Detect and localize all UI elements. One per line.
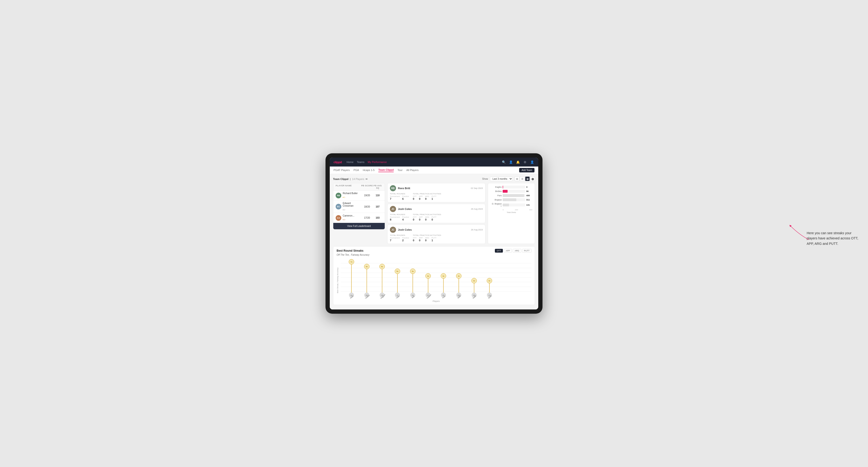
bell-icon[interactable]: 🔔 xyxy=(516,160,520,164)
stat-value: 4 xyxy=(402,218,409,221)
nav-icons: 🔍 👤 🔔 ⚙ 👤 xyxy=(501,160,534,164)
avatar: EC xyxy=(336,204,341,210)
x-axis-label: Players xyxy=(341,300,531,302)
stat-ott: OTT 0 xyxy=(413,195,416,200)
col-pb-score: PB SCORE xyxy=(361,184,373,189)
tab-all-players[interactable]: All Players xyxy=(406,168,418,172)
bar-container xyxy=(503,198,525,201)
tablet-frame: clippd Home Teams My Performance 🔍 👤 🔔 ⚙… xyxy=(326,153,542,314)
chart-label: Birdies xyxy=(490,190,502,192)
stat-sub: OTT 0 APP 0 ARG 0 xyxy=(413,237,441,242)
card-player-name: Josh Coles xyxy=(398,208,412,210)
card-date: 26 Aug 2023 xyxy=(471,208,483,210)
filter-app[interactable]: APP xyxy=(504,249,512,253)
chart-label: Pars xyxy=(490,194,502,197)
stat-group-rounds: Total Rounds Tournament 7 Practice 2 xyxy=(390,234,409,242)
stat-value: 0 xyxy=(413,239,416,242)
search-icon[interactable]: 🔍 xyxy=(501,160,506,164)
scoring-chart: Eagles 3 Birdies 96 xyxy=(488,183,535,244)
grid-view-icon[interactable]: ⊞ xyxy=(515,177,519,181)
stat-practice: Practice 2 xyxy=(402,237,409,242)
nav-teams[interactable]: Teams xyxy=(357,161,365,163)
filter-arg[interactable]: ARG xyxy=(513,249,521,253)
add-team-button[interactable]: Add Team xyxy=(519,168,534,173)
period-select[interactable]: Last 3 months xyxy=(490,177,513,181)
stat-arg: ARG 0 xyxy=(425,195,429,200)
chart-label: Bogeys xyxy=(490,198,502,201)
tab-tour[interactable]: Tour xyxy=(398,168,402,172)
stat-group-rounds: Total Rounds Tournament 8 Practice 4 xyxy=(390,214,409,221)
chart-label: Eagles xyxy=(490,186,502,188)
table-row: EC Edward Crossman ♦ 2 18/20 107 xyxy=(333,200,385,213)
team-title: Team Clippd | 14 Players ✏ xyxy=(333,177,368,181)
table-row: CA Cameron... ♦ 3 17/20 103 xyxy=(333,213,385,223)
stat-value: 0 xyxy=(419,218,423,221)
stat-value: 0 xyxy=(425,218,429,221)
stat-value: 1 xyxy=(432,197,437,200)
card-date: 26 Aug 2023 xyxy=(471,228,483,231)
chart-value: 499 xyxy=(526,194,532,197)
streaks-header: Best Round Streaks OTT APP ARG PUTT xyxy=(337,249,531,253)
bar-container xyxy=(503,204,525,206)
stat-putt: PUTT 0 xyxy=(432,216,437,221)
card-header: RB Rees Britt 02 Sep 2023 xyxy=(390,185,483,191)
stat-group-activities: Total Practice Activities OTT 0 APP 0 xyxy=(413,234,441,242)
stat-value: 0 xyxy=(425,197,429,200)
avatar: RB xyxy=(336,193,341,198)
filter-putt[interactable]: PUTT xyxy=(522,249,532,253)
view-icons: ⊞ ☰ ▦ ⬤ xyxy=(515,177,535,181)
chart-value: 3 xyxy=(526,186,532,188)
y-axis-label: Best Streak, Fairway Accuracy xyxy=(337,258,340,302)
stat-sub: OTT 0 APP 0 ARG 0 xyxy=(413,216,441,221)
stat-value: 0 xyxy=(419,239,423,242)
show-label: Show xyxy=(482,178,488,180)
chart-view-icon[interactable]: ⬤ xyxy=(530,177,535,181)
stat-label: Total Practice Activities xyxy=(413,234,441,236)
tab-hcaps[interactable]: Hcaps 1-5 xyxy=(363,168,375,172)
view-leaderboard-button[interactable]: View Full Leaderboard xyxy=(333,223,385,229)
chart-value: 96 xyxy=(526,190,532,192)
stat-label: Total Rounds xyxy=(390,234,409,236)
stat-group-activities: Total Practice Activities OTT 0 APP 0 xyxy=(413,193,441,200)
leaderboard-table: PLAYER NAME PB SCORE PB AVG SQ RB Richar… xyxy=(333,183,385,229)
player-info: Edward Crossman ♦ 2 xyxy=(343,202,361,211)
card-stats: Total Rounds Tournament 7 Practice 2 xyxy=(390,234,483,242)
nav-home[interactable]: Home xyxy=(346,161,353,163)
chart-value: 311 xyxy=(526,198,532,201)
stat-label: Total Rounds xyxy=(390,193,409,195)
tab-pgat-players[interactable]: PGAT Players xyxy=(334,168,350,172)
annotation-panel: Here you can see streaks your players ha… xyxy=(807,230,859,246)
stat-group-activities: Total Practice Activities OTT 0 APP 0 xyxy=(413,214,441,221)
top-nav: clippd Home Teams My Performance 🔍 👤 🔔 ⚙… xyxy=(330,158,538,166)
axis-label-200: 200 xyxy=(515,209,518,211)
tab-pga[interactable]: PGA xyxy=(353,168,359,172)
avatar-icon[interactable]: 👤 xyxy=(530,160,534,164)
stat-value: 0 xyxy=(419,197,423,200)
tab-team-clippd[interactable]: Team Clippd xyxy=(378,168,394,172)
filter-ott[interactable]: OTT xyxy=(495,249,503,253)
main-content: Team Clippd | 14 Players ✏ Show Last 3 m… xyxy=(330,174,538,309)
card-date: 02 Sep 2023 xyxy=(471,187,483,189)
stat-value: 0 xyxy=(425,239,429,242)
lb-avg: 110 xyxy=(373,194,382,197)
stat-arg: ARG 0 xyxy=(425,216,429,221)
svg-text:4x: 4x xyxy=(442,275,444,277)
annotation-text: Here you can see streaks your players ha… xyxy=(807,230,859,246)
lb-avg: 107 xyxy=(373,206,382,208)
card-stats: Total Rounds Tournament 7 Practice 6 xyxy=(390,193,483,200)
nav-my-performance[interactable]: My Performance xyxy=(368,161,387,163)
bar-bogeys xyxy=(503,198,516,201)
list-view-icon[interactable]: ☰ xyxy=(520,177,525,181)
user-icon[interactable]: 👤 xyxy=(508,160,513,164)
svg-text:4x: 4x xyxy=(427,275,429,277)
player-card: JC Josh Coles 26 Aug 2023 Total Rounds T… xyxy=(387,224,486,244)
lb-score: 19/20 xyxy=(361,194,373,197)
chart-row-birdies: Birdies 96 xyxy=(490,190,532,193)
team-controls: Show Last 3 months ⊞ ☰ ▦ ⬤ xyxy=(482,177,535,181)
settings-icon[interactable]: ⚙ xyxy=(523,160,527,164)
stat-app: APP 0 xyxy=(419,195,423,200)
player-info: Cameron... ♦ 3 xyxy=(343,214,361,221)
card-view-icon[interactable]: ▦ xyxy=(525,177,530,181)
leaderboard-header: PLAYER NAME PB SCORE PB AVG SQ xyxy=(333,183,385,191)
stat-label: Total Practice Activities xyxy=(413,214,441,216)
